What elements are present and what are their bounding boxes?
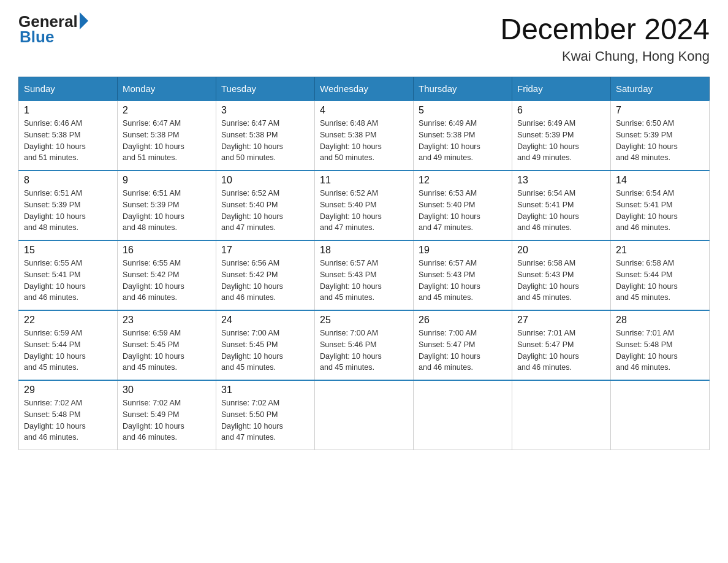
table-row: 24Sunrise: 7:00 AMSunset: 5:45 PMDayligh… (216, 310, 315, 380)
day-info: Sunrise: 6:51 AMSunset: 5:39 PMDaylight:… (123, 188, 211, 234)
table-row: 19Sunrise: 6:57 AMSunset: 5:43 PMDayligh… (414, 240, 512, 310)
day-info: Sunrise: 6:58 AMSunset: 5:43 PMDaylight:… (517, 258, 605, 304)
calendar-header: Sunday Monday Tuesday Wednesday Thursday… (19, 77, 710, 101)
day-number: 23 (123, 315, 211, 326)
day-number: 9 (123, 175, 211, 186)
table-row: 26Sunrise: 7:00 AMSunset: 5:47 PMDayligh… (414, 310, 512, 380)
day-info: Sunrise: 6:49 AMSunset: 5:38 PMDaylight:… (419, 118, 507, 164)
day-info: Sunrise: 6:48 AMSunset: 5:38 PMDaylight:… (320, 118, 408, 164)
header-sunday: Sunday (19, 77, 118, 101)
table-row: 29Sunrise: 7:02 AMSunset: 5:48 PMDayligh… (19, 380, 118, 450)
day-number: 17 (221, 245, 309, 256)
day-info: Sunrise: 6:47 AMSunset: 5:38 PMDaylight:… (123, 118, 211, 164)
day-number: 19 (419, 245, 507, 256)
day-info: Sunrise: 6:52 AMSunset: 5:40 PMDaylight:… (221, 188, 309, 234)
day-number: 15 (24, 245, 112, 256)
day-info: Sunrise: 6:59 AMSunset: 5:45 PMDaylight:… (123, 327, 211, 373)
day-number: 7 (616, 105, 704, 116)
logo-arrow-icon (80, 12, 88, 29)
day-number: 16 (123, 245, 211, 256)
page-header: General Blue December 2024 Kwai Chung, H… (18, 12, 710, 64)
table-row: 4Sunrise: 6:48 AMSunset: 5:38 PMDaylight… (315, 101, 414, 170)
day-number: 13 (517, 175, 605, 186)
table-row: 1Sunrise: 6:46 AMSunset: 5:38 PMDaylight… (19, 101, 118, 170)
day-info: Sunrise: 6:56 AMSunset: 5:42 PMDaylight:… (221, 258, 309, 304)
day-number: 4 (320, 105, 408, 116)
day-number: 12 (419, 175, 507, 186)
day-info: Sunrise: 6:46 AMSunset: 5:38 PMDaylight:… (24, 118, 112, 164)
day-number: 21 (616, 245, 704, 256)
table-row: 12Sunrise: 6:53 AMSunset: 5:40 PMDayligh… (414, 170, 512, 240)
day-number: 27 (517, 315, 605, 326)
table-row (611, 380, 710, 450)
day-info: Sunrise: 7:01 AMSunset: 5:47 PMDaylight:… (517, 327, 605, 373)
day-info: Sunrise: 7:01 AMSunset: 5:48 PMDaylight:… (616, 327, 704, 373)
day-info: Sunrise: 7:02 AMSunset: 5:48 PMDaylight:… (24, 397, 112, 443)
table-row: 20Sunrise: 6:58 AMSunset: 5:43 PMDayligh… (512, 240, 611, 310)
day-number: 25 (320, 315, 408, 326)
day-info: Sunrise: 6:54 AMSunset: 5:41 PMDaylight:… (517, 188, 605, 234)
header-saturday: Saturday (611, 77, 710, 101)
location-subtitle: Kwai Chung, Hong Kong (500, 48, 710, 64)
day-number: 5 (419, 105, 507, 116)
title-area: December 2024 Kwai Chung, Hong Kong (500, 12, 710, 64)
day-number: 11 (320, 175, 408, 186)
day-info: Sunrise: 7:00 AMSunset: 5:45 PMDaylight:… (221, 327, 309, 373)
header-friday: Friday (512, 77, 611, 101)
day-info: Sunrise: 6:49 AMSunset: 5:39 PMDaylight:… (517, 118, 605, 164)
header-thursday: Thursday (414, 77, 512, 101)
table-row: 23Sunrise: 6:59 AMSunset: 5:45 PMDayligh… (118, 310, 216, 380)
day-number: 29 (24, 385, 112, 396)
day-number: 18 (320, 245, 408, 256)
day-number: 22 (24, 315, 112, 326)
day-info: Sunrise: 7:02 AMSunset: 5:49 PMDaylight:… (123, 397, 211, 443)
calendar-title: December 2024 (500, 12, 710, 46)
table-row: 3Sunrise: 6:47 AMSunset: 5:38 PMDaylight… (216, 101, 315, 170)
table-row: 8Sunrise: 6:51 AMSunset: 5:39 PMDaylight… (19, 170, 118, 240)
day-info: Sunrise: 6:47 AMSunset: 5:38 PMDaylight:… (221, 118, 309, 164)
table-row: 6Sunrise: 6:49 AMSunset: 5:39 PMDaylight… (512, 101, 611, 170)
day-info: Sunrise: 7:00 AMSunset: 5:46 PMDaylight:… (320, 327, 408, 373)
day-info: Sunrise: 6:59 AMSunset: 5:44 PMDaylight:… (24, 327, 112, 373)
table-row: 25Sunrise: 7:00 AMSunset: 5:46 PMDayligh… (315, 310, 414, 380)
day-number: 28 (616, 315, 704, 326)
day-info: Sunrise: 6:50 AMSunset: 5:39 PMDaylight:… (616, 118, 704, 164)
header-monday: Monday (118, 77, 216, 101)
logo-blue-text: Blue (20, 28, 88, 47)
day-number: 2 (123, 105, 211, 116)
table-row: 13Sunrise: 6:54 AMSunset: 5:41 PMDayligh… (512, 170, 611, 240)
day-info: Sunrise: 6:54 AMSunset: 5:41 PMDaylight:… (616, 188, 704, 234)
day-info: Sunrise: 7:00 AMSunset: 5:47 PMDaylight:… (419, 327, 507, 373)
header-tuesday: Tuesday (216, 77, 315, 101)
day-number: 1 (24, 105, 112, 116)
day-info: Sunrise: 6:52 AMSunset: 5:40 PMDaylight:… (320, 188, 408, 234)
logo[interactable]: General Blue (18, 12, 88, 47)
day-info: Sunrise: 6:57 AMSunset: 5:43 PMDaylight:… (320, 258, 408, 304)
table-row: 14Sunrise: 6:54 AMSunset: 5:41 PMDayligh… (611, 170, 710, 240)
day-number: 3 (221, 105, 309, 116)
day-number: 8 (24, 175, 112, 186)
table-row: 21Sunrise: 6:58 AMSunset: 5:44 PMDayligh… (611, 240, 710, 310)
table-row: 18Sunrise: 6:57 AMSunset: 5:43 PMDayligh… (315, 240, 414, 310)
table-row: 9Sunrise: 6:51 AMSunset: 5:39 PMDaylight… (118, 170, 216, 240)
day-number: 6 (517, 105, 605, 116)
day-info: Sunrise: 7:02 AMSunset: 5:50 PMDaylight:… (221, 397, 309, 443)
day-info: Sunrise: 6:55 AMSunset: 5:41 PMDaylight:… (24, 258, 112, 304)
table-row: 5Sunrise: 6:49 AMSunset: 5:38 PMDaylight… (414, 101, 512, 170)
table-row: 15Sunrise: 6:55 AMSunset: 5:41 PMDayligh… (19, 240, 118, 310)
calendar-body: 1Sunrise: 6:46 AMSunset: 5:38 PMDaylight… (19, 101, 710, 450)
header-wednesday: Wednesday (315, 77, 414, 101)
table-row: 16Sunrise: 6:55 AMSunset: 5:42 PMDayligh… (118, 240, 216, 310)
table-row: 11Sunrise: 6:52 AMSunset: 5:40 PMDayligh… (315, 170, 414, 240)
day-info: Sunrise: 6:55 AMSunset: 5:42 PMDaylight:… (123, 258, 211, 304)
table-row (315, 380, 414, 450)
day-number: 10 (221, 175, 309, 186)
day-info: Sunrise: 6:51 AMSunset: 5:39 PMDaylight:… (24, 188, 112, 234)
day-number: 31 (221, 385, 309, 396)
day-number: 20 (517, 245, 605, 256)
table-row: 31Sunrise: 7:02 AMSunset: 5:50 PMDayligh… (216, 380, 315, 450)
table-row: 10Sunrise: 6:52 AMSunset: 5:40 PMDayligh… (216, 170, 315, 240)
table-row: 7Sunrise: 6:50 AMSunset: 5:39 PMDaylight… (611, 101, 710, 170)
day-number: 14 (616, 175, 704, 186)
table-row: 17Sunrise: 6:56 AMSunset: 5:42 PMDayligh… (216, 240, 315, 310)
